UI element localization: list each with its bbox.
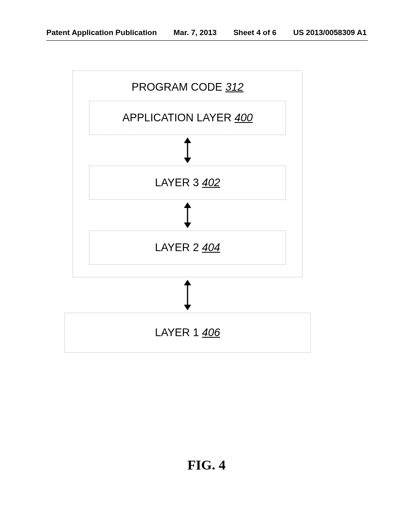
header-date: Mar. 7, 2013	[173, 28, 217, 37]
layer1-container: LAYER 1 406	[65, 313, 311, 353]
svg-marker-5	[184, 222, 191, 228]
svg-marker-8	[184, 305, 191, 310]
program-code-box: PROGRAM CODE 312 APPLICATION LAYER 400 L…	[73, 71, 302, 277]
layer1-box: LAYER 1 406	[65, 313, 311, 353]
figure-label: FIG. 4	[0, 457, 413, 473]
application-layer-box: APPLICATION LAYER 400	[89, 101, 286, 135]
header-pubnum: US 2013/0058309 A1	[293, 28, 367, 37]
header-rule	[46, 40, 368, 41]
arrow-app-to-layer3	[73, 135, 302, 166]
layer1-ref: 406	[202, 326, 220, 339]
layer3-label: LAYER 3	[155, 177, 202, 189]
header-sheet: Sheet 4 of 6	[234, 28, 277, 37]
arrow-layer3-to-layer2	[73, 200, 302, 231]
application-layer-ref: 400	[235, 112, 253, 124]
layer2-ref: 404	[202, 241, 220, 254]
program-code-label: PROGRAM CODE	[131, 81, 225, 93]
layer2-box: LAYER 2 404	[89, 231, 286, 265]
layer3-box: LAYER 3 402	[89, 166, 286, 200]
program-code-ref: 312	[225, 81, 244, 93]
diagram-area: PROGRAM CODE 312 APPLICATION LAYER 400 L…	[73, 71, 302, 353]
svg-marker-2	[184, 158, 191, 163]
double-arrow-icon	[181, 137, 194, 163]
program-code-title: PROGRAM CODE 312	[73, 71, 302, 101]
layer3-ref: 402	[202, 177, 220, 189]
arrow-layer2-to-layer1	[73, 277, 302, 313]
svg-marker-1	[184, 137, 191, 143]
svg-marker-4	[184, 202, 191, 208]
layer1-label: LAYER 1	[155, 326, 202, 339]
double-arrow-icon	[181, 202, 194, 228]
double-arrow-icon	[181, 280, 194, 310]
svg-marker-7	[184, 280, 191, 285]
application-layer-label: APPLICATION LAYER	[122, 112, 234, 124]
header-publication: Patent Application Publication	[46, 28, 157, 37]
page-header: Patent Application Publication Mar. 7, 2…	[0, 28, 413, 37]
layer2-label: LAYER 2	[155, 241, 202, 254]
